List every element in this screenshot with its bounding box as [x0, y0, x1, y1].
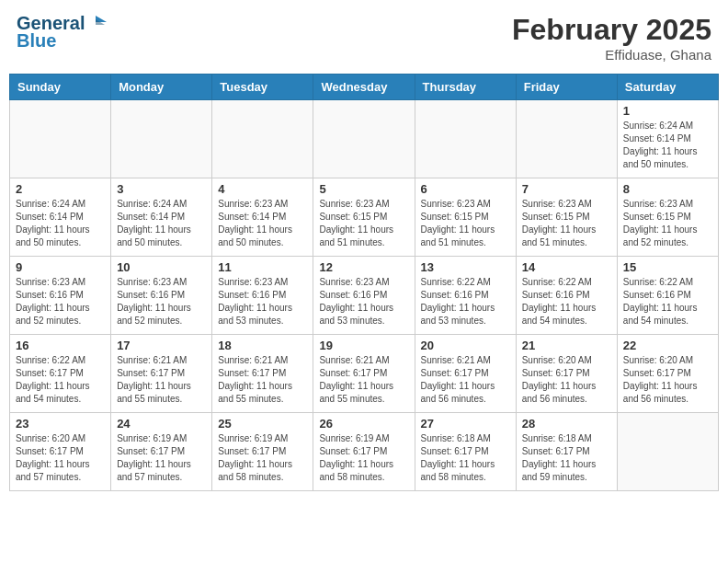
logo: General Blue	[17, 13, 107, 52]
week-row-2: 2Sunrise: 6:24 AM Sunset: 6:14 PM Daylig…	[10, 178, 719, 257]
day-info: Sunrise: 6:23 AM Sunset: 6:15 PM Dayligh…	[319, 198, 408, 249]
calendar-cell: 22Sunrise: 6:20 AM Sunset: 6:17 PM Dayli…	[617, 335, 718, 413]
day-info: Sunrise: 6:20 AM Sunset: 6:17 PM Dayligh…	[623, 354, 712, 406]
calendar-cell: 3Sunrise: 6:24 AM Sunset: 6:14 PM Daylig…	[111, 178, 212, 257]
weekday-header-tuesday: Tuesday	[212, 75, 313, 100]
calendar-cell: 19Sunrise: 6:21 AM Sunset: 6:17 PM Dayli…	[313, 335, 415, 413]
day-number: 11	[218, 260, 307, 274]
logo-blue: Blue	[17, 30, 56, 52]
day-info: Sunrise: 6:22 AM Sunset: 6:17 PM Dayligh…	[16, 354, 105, 406]
day-info: Sunrise: 6:20 AM Sunset: 6:17 PM Dayligh…	[522, 354, 611, 406]
calendar-cell: 11Sunrise: 6:23 AM Sunset: 6:16 PM Dayli…	[212, 257, 313, 335]
day-number: 25	[218, 417, 307, 431]
day-number: 23	[16, 417, 105, 431]
day-number: 5	[319, 182, 408, 196]
calendar-cell	[111, 100, 212, 178]
location-subtitle: Effiduase, Ghana	[512, 47, 711, 63]
day-number: 12	[319, 260, 408, 274]
calendar-cell: 27Sunrise: 6:18 AM Sunset: 6:17 PM Dayli…	[415, 413, 516, 491]
calendar-cell: 10Sunrise: 6:23 AM Sunset: 6:16 PM Dayli…	[111, 257, 212, 335]
calendar-cell: 28Sunrise: 6:18 AM Sunset: 6:17 PM Dayli…	[516, 413, 617, 491]
day-number: 13	[421, 260, 510, 274]
day-number: 7	[522, 182, 611, 196]
day-info: Sunrise: 6:23 AM Sunset: 6:16 PM Dayligh…	[218, 276, 307, 327]
title-block: February 2025 Effiduase, Ghana	[512, 13, 711, 63]
week-row-5: 23Sunrise: 6:20 AM Sunset: 6:17 PM Dayli…	[10, 413, 719, 491]
weekday-header-row: SundayMondayTuesdayWednesdayThursdayFrid…	[10, 75, 719, 100]
day-info: Sunrise: 6:23 AM Sunset: 6:16 PM Dayligh…	[319, 276, 408, 327]
calendar-cell	[516, 100, 617, 178]
day-info: Sunrise: 6:19 AM Sunset: 6:17 PM Dayligh…	[218, 432, 307, 484]
calendar-cell: 2Sunrise: 6:24 AM Sunset: 6:14 PM Daylig…	[10, 178, 111, 257]
day-info: Sunrise: 6:23 AM Sunset: 6:15 PM Dayligh…	[421, 198, 510, 249]
day-number: 2	[16, 182, 105, 196]
day-info: Sunrise: 6:19 AM Sunset: 6:17 PM Dayligh…	[319, 432, 408, 484]
day-number: 19	[319, 339, 408, 352]
week-row-1: 1Sunrise: 6:24 AM Sunset: 6:14 PM Daylig…	[10, 100, 719, 178]
calendar-cell: 17Sunrise: 6:21 AM Sunset: 6:17 PM Dayli…	[111, 335, 212, 413]
week-row-4: 16Sunrise: 6:22 AM Sunset: 6:17 PM Dayli…	[10, 335, 719, 413]
weekday-header-friday: Friday	[516, 75, 617, 100]
day-number: 9	[16, 260, 105, 274]
day-number: 17	[117, 339, 206, 352]
calendar-cell: 4Sunrise: 6:23 AM Sunset: 6:14 PM Daylig…	[212, 178, 313, 257]
day-info: Sunrise: 6:23 AM Sunset: 6:16 PM Dayligh…	[16, 276, 105, 327]
calendar-cell: 20Sunrise: 6:21 AM Sunset: 6:17 PM Dayli…	[415, 335, 516, 413]
day-info: Sunrise: 6:23 AM Sunset: 6:15 PM Dayligh…	[522, 198, 611, 249]
page-header: General Blue February 2025 Effiduase, Gh…	[9, 9, 719, 66]
weekday-header-thursday: Thursday	[415, 75, 516, 100]
day-info: Sunrise: 6:24 AM Sunset: 6:14 PM Dayligh…	[623, 120, 712, 171]
calendar-cell	[313, 100, 415, 178]
calendar-cell: 8Sunrise: 6:23 AM Sunset: 6:15 PM Daylig…	[617, 178, 718, 257]
day-number: 10	[117, 260, 206, 274]
day-number: 20	[421, 339, 510, 352]
day-number: 24	[117, 417, 206, 431]
weekday-header-sunday: Sunday	[10, 75, 111, 100]
day-info: Sunrise: 6:23 AM Sunset: 6:14 PM Dayligh…	[218, 198, 307, 249]
day-info: Sunrise: 6:23 AM Sunset: 6:16 PM Dayligh…	[117, 276, 206, 327]
calendar-cell: 16Sunrise: 6:22 AM Sunset: 6:17 PM Dayli…	[10, 335, 111, 413]
day-number: 15	[623, 260, 712, 274]
day-number: 4	[218, 182, 307, 196]
day-info: Sunrise: 6:23 AM Sunset: 6:15 PM Dayligh…	[623, 198, 712, 249]
day-info: Sunrise: 6:21 AM Sunset: 6:17 PM Dayligh…	[117, 354, 206, 406]
calendar-cell: 14Sunrise: 6:22 AM Sunset: 6:16 PM Dayli…	[516, 257, 617, 335]
weekday-header-saturday: Saturday	[617, 75, 718, 100]
calendar-cell	[415, 100, 516, 178]
calendar-cell: 1Sunrise: 6:24 AM Sunset: 6:14 PM Daylig…	[617, 100, 718, 178]
calendar-cell: 13Sunrise: 6:22 AM Sunset: 6:16 PM Dayli…	[415, 257, 516, 335]
calendar-cell: 5Sunrise: 6:23 AM Sunset: 6:15 PM Daylig…	[313, 178, 415, 257]
day-number: 3	[117, 182, 206, 196]
calendar-cell: 21Sunrise: 6:20 AM Sunset: 6:17 PM Dayli…	[516, 335, 617, 413]
day-number: 18	[218, 339, 307, 352]
day-info: Sunrise: 6:21 AM Sunset: 6:17 PM Dayligh…	[421, 354, 510, 406]
day-info: Sunrise: 6:24 AM Sunset: 6:14 PM Dayligh…	[117, 198, 206, 249]
day-info: Sunrise: 6:19 AM Sunset: 6:17 PM Dayligh…	[117, 432, 206, 484]
day-info: Sunrise: 6:22 AM Sunset: 6:16 PM Dayligh…	[421, 276, 510, 327]
calendar-cell: 12Sunrise: 6:23 AM Sunset: 6:16 PM Dayli…	[313, 257, 415, 335]
weekday-header-wednesday: Wednesday	[313, 75, 415, 100]
day-info: Sunrise: 6:22 AM Sunset: 6:16 PM Dayligh…	[522, 276, 611, 327]
calendar-cell: 18Sunrise: 6:21 AM Sunset: 6:17 PM Dayli…	[212, 335, 313, 413]
day-number: 8	[623, 182, 712, 196]
month-year-title: February 2025	[512, 13, 711, 47]
week-row-3: 9Sunrise: 6:23 AM Sunset: 6:16 PM Daylig…	[10, 257, 719, 335]
day-number: 27	[421, 417, 510, 431]
weekday-header-monday: Monday	[111, 75, 212, 100]
day-info: Sunrise: 6:22 AM Sunset: 6:16 PM Dayligh…	[623, 276, 712, 327]
day-info: Sunrise: 6:24 AM Sunset: 6:14 PM Dayligh…	[16, 198, 105, 249]
calendar-cell: 6Sunrise: 6:23 AM Sunset: 6:15 PM Daylig…	[415, 178, 516, 257]
day-number: 22	[623, 339, 712, 352]
calendar-cell	[10, 100, 111, 178]
day-info: Sunrise: 6:20 AM Sunset: 6:17 PM Dayligh…	[16, 432, 105, 484]
calendar-cell: 15Sunrise: 6:22 AM Sunset: 6:16 PM Dayli…	[617, 257, 718, 335]
calendar-cell: 23Sunrise: 6:20 AM Sunset: 6:17 PM Dayli…	[10, 413, 111, 491]
day-number: 1	[623, 104, 712, 118]
day-number: 28	[522, 417, 611, 431]
day-info: Sunrise: 6:21 AM Sunset: 6:17 PM Dayligh…	[319, 354, 408, 406]
calendar-cell: 24Sunrise: 6:19 AM Sunset: 6:17 PM Dayli…	[111, 413, 212, 491]
day-info: Sunrise: 6:18 AM Sunset: 6:17 PM Dayligh…	[522, 432, 611, 484]
logo-bird-icon	[86, 14, 107, 30]
day-number: 14	[522, 260, 611, 274]
day-number: 21	[522, 339, 611, 352]
